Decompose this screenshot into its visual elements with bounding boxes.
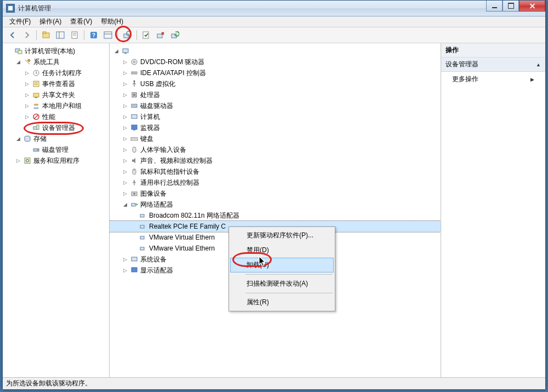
tree-event-viewer[interactable]: ▷事件查看器	[3, 78, 109, 89]
expand-icon[interactable]: ▷	[122, 81, 128, 87]
expand-icon[interactable]: ▷	[122, 147, 128, 152]
expand-icon[interactable]: ▷	[24, 103, 30, 109]
tree-root[interactable]: 计算机管理(本地)	[3, 46, 109, 56]
nic-icon	[139, 211, 147, 220]
tree-ide[interactable]: ▷IDE ATA/ATAPI 控制器	[110, 67, 441, 78]
expand-icon[interactable]: ▷	[122, 257, 128, 262]
tree-label: 设备管理器	[42, 123, 75, 133]
collapse-icon[interactable]: ◢	[15, 136, 21, 141]
tree-net-broadcom[interactable]: Broadcom 802.11n 网络适配器	[110, 210, 441, 221]
shared-icon	[32, 90, 41, 99]
tree-cpu[interactable]: ▷处理器	[110, 89, 441, 100]
tree-label: DVD/CD-ROM 驱动器	[140, 58, 204, 67]
maximize-button[interactable]	[503, 1, 519, 12]
expand-icon[interactable]: ▷	[122, 92, 128, 98]
enable-button[interactable]	[140, 29, 153, 42]
tree-local-users[interactable]: ▷本地用户和组	[3, 100, 109, 111]
collapse-icon[interactable]: ◢	[113, 48, 119, 54]
close-button[interactable]	[519, 1, 545, 12]
dvd-icon	[130, 58, 139, 66]
tree-keyboards[interactable]: ▷键盘	[110, 133, 441, 144]
expand-icon[interactable]: ▷	[122, 70, 128, 76]
tree-performance[interactable]: ▷性能	[3, 111, 109, 122]
tree-mice[interactable]: ▷鼠标和其他指针设备	[110, 166, 441, 177]
svg-point-25	[36, 104, 38, 106]
scan-hardware-button[interactable]	[121, 29, 134, 42]
tree-label: 系统设备	[140, 255, 167, 264]
back-button[interactable]	[6, 29, 19, 42]
menu-help[interactable]: 帮助(H)	[96, 16, 128, 27]
expand-icon[interactable]: ▷	[15, 158, 21, 163]
up-button[interactable]	[39, 29, 53, 42]
minimize-button[interactable]	[486, 1, 503, 12]
tree-imaging[interactable]: ▷图像设备	[110, 188, 441, 199]
tree-storage[interactable]: ◢存储	[3, 133, 109, 144]
tree-task-scheduler[interactable]: ▷任务计划程序	[3, 67, 109, 78]
tree-services-apps[interactable]: ▷服务和应用程序	[3, 155, 109, 166]
tree-dvd[interactable]: ▷DVD/CD-ROM 驱动器	[110, 56, 441, 67]
tree-device-manager[interactable]: 设备管理器	[3, 122, 109, 133]
left-tree-pane[interactable]: 计算机管理(本地) ◢系统工具 ▷任务计划程序 ▷事件查看器 ▷共享文件夹 ▷本…	[3, 43, 110, 377]
expand-icon[interactable]: ▷	[122, 114, 128, 120]
device-tree-pane[interactable]: ◢ ▷DVD/CD-ROM 驱动器 ▷IDE ATA/ATAPI 控制器 ▷US…	[110, 43, 441, 377]
tree-network-adapters[interactable]: ◢网络适配器	[110, 199, 441, 210]
menu-file[interactable]: 文件(F)	[5, 16, 35, 27]
forward-button[interactable]	[20, 29, 33, 42]
tree-usb-virt[interactable]: ▷USB 虚拟化	[110, 78, 441, 89]
expand-icon[interactable]: ▷	[122, 158, 128, 163]
svg-rect-47	[133, 129, 135, 130]
collapse-icon[interactable]: ◢	[15, 59, 21, 65]
tree-computers[interactable]: ▷计算机	[110, 111, 441, 122]
computer-icon	[121, 47, 130, 55]
actions-section[interactable]: 设备管理器▲	[441, 58, 545, 72]
menu-view[interactable]: 查看(V)	[66, 16, 96, 27]
tree-shared-folders[interactable]: ▷共享文件夹	[3, 89, 109, 100]
expand-icon[interactable]: ▷	[122, 268, 128, 273]
expand-icon[interactable]: ▷	[122, 136, 128, 141]
tree-disk-drives[interactable]: ▷磁盘驱动器	[110, 100, 441, 111]
tree-root-computer[interactable]: ◢	[110, 46, 441, 56]
update-driver-button[interactable]	[168, 29, 181, 42]
keyboard-icon	[130, 134, 139, 143]
tree-label: 系统工具	[33, 58, 60, 67]
view-button[interactable]	[101, 29, 115, 42]
menu-action[interactable]: 操作(A)	[35, 16, 66, 27]
tree-system-tools[interactable]: ◢系统工具	[3, 56, 109, 67]
expand-icon[interactable]: ▷	[122, 191, 128, 196]
expand-icon[interactable]: ▷	[122, 180, 128, 185]
properties-button[interactable]	[68, 29, 81, 42]
collapse-icon[interactable]: ▲	[536, 62, 541, 67]
expand-icon[interactable]: ▷	[24, 114, 30, 120]
expand-icon[interactable]: ▷	[24, 92, 30, 98]
expand-icon[interactable]: ▷	[122, 103, 128, 109]
svg-rect-14	[143, 32, 149, 38]
tree-sound[interactable]: ▷声音、视频和游戏控制器	[110, 155, 441, 166]
sound-icon	[130, 156, 139, 165]
uninstall-button[interactable]	[154, 29, 167, 42]
expand-icon[interactable]: ▷	[122, 59, 128, 65]
cpu-icon	[130, 90, 139, 99]
more-actions[interactable]: 更多操作▶	[441, 72, 545, 87]
nic-icon	[139, 244, 147, 253]
show-hide-tree-button[interactable]	[54, 29, 67, 42]
svg-rect-58	[140, 236, 144, 239]
titlebar[interactable]: 计算机管理	[3, 1, 545, 16]
ctx-uninstall[interactable]: 卸载(U)	[230, 258, 334, 272]
expand-icon[interactable]: ▷	[24, 70, 30, 76]
expand-icon[interactable]: ▷	[122, 169, 128, 174]
ctx-scan-hardware[interactable]: 扫描检测硬件改动(A)	[230, 276, 334, 291]
tree-hid[interactable]: ▷人体学输入设备	[110, 144, 441, 155]
ctx-properties[interactable]: 属性(R)	[230, 295, 334, 310]
expand-icon[interactable]: ▷	[24, 81, 30, 87]
tree-usb-controllers[interactable]: ▷通用串行总线控制器	[110, 177, 441, 188]
ctx-update-driver[interactable]: 更新驱动程序软件(P)...	[230, 228, 334, 243]
ctx-disable[interactable]: 禁用(D)	[230, 243, 334, 258]
tree-disk-mgmt[interactable]: 磁盘管理	[3, 144, 109, 155]
expand-icon[interactable]: ▷	[122, 125, 128, 130]
collapse-icon[interactable]: ◢	[122, 202, 128, 207]
tree-monitors[interactable]: ▷监视器	[110, 122, 441, 133]
tree-label: IDE ATA/ATAPI 控制器	[140, 69, 206, 78]
actions-header: 操作	[441, 43, 545, 58]
tree-label: 事件查看器	[42, 79, 75, 89]
help-button[interactable]: ?	[87, 29, 100, 42]
